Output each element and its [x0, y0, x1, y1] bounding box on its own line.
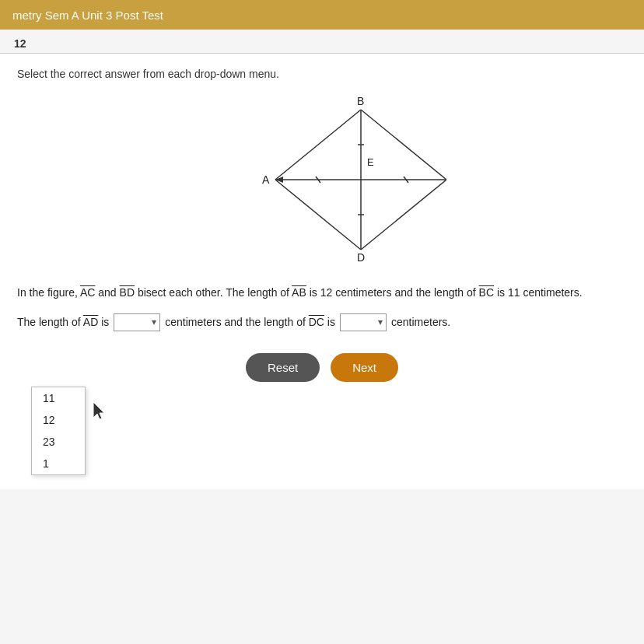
question-body: Select the correct answer from each drop…: [0, 54, 644, 489]
bd-segment: BD: [120, 286, 135, 299]
dropdown-option-1[interactable]: 1: [32, 453, 85, 474]
dropdown-option-12[interactable]: 12: [32, 409, 85, 431]
dropdown1[interactable]: 11 12 23 1: [114, 313, 160, 331]
label-A: A: [262, 173, 270, 186]
ab-segment: AB: [292, 286, 306, 299]
label-E: E: [367, 156, 374, 168]
reset-button[interactable]: Reset: [246, 353, 320, 382]
ac-segment: AC: [80, 286, 95, 299]
button-row: Reset Next: [17, 353, 627, 382]
svg-line-1: [361, 110, 446, 180]
dc-label: DC: [309, 316, 324, 328]
svg-line-2: [361, 180, 446, 250]
top-bar-title: metry Sem A Unit 3 Post Test: [12, 9, 163, 22]
problem-text: In the figure, AC and BD bisect each oth…: [17, 284, 627, 303]
diagram-area: A B C D E: [17, 94, 627, 265]
answer-row: The length of AD is 11 12 23 1 centimete…: [17, 313, 627, 331]
label-B: B: [357, 95, 364, 107]
dropdown-option-11[interactable]: 11: [32, 387, 85, 409]
cursor-icon: [93, 402, 109, 422]
instruction: Select the correct answer from each drop…: [17, 68, 627, 80]
svg-line-0: [275, 110, 361, 180]
bc-segment: BC: [479, 286, 494, 299]
next-button[interactable]: Next: [331, 353, 398, 382]
dropdown-open-list: 11 12 23 1: [31, 387, 86, 475]
question-number: 12: [0, 30, 644, 54]
answer-text-3: centimeters and the length of DC is: [165, 316, 335, 328]
svg-line-3: [275, 180, 361, 250]
geometry-diagram: A B C D E: [198, 94, 446, 265]
label-D: D: [357, 251, 365, 264]
dropdown2[interactable]: 11 12 23 1: [340, 313, 387, 331]
dropdown1-wrapper: 11 12 23 1: [114, 313, 160, 331]
dropdown-option-23[interactable]: 23: [32, 431, 85, 453]
dropdown-open-area: 11 12 23 1: [31, 387, 627, 475]
answer-text-1: The length of AD is: [17, 316, 109, 328]
dropdown2-wrapper: 11 12 23 1: [340, 313, 387, 331]
arrow-A: [275, 177, 283, 183]
top-bar: metry Sem A Unit 3 Post Test: [0, 0, 644, 30]
ad-label: AD: [83, 316, 98, 328]
svg-marker-10: [93, 402, 104, 419]
answer-text-5: centimeters.: [391, 316, 450, 328]
main-content: 12 Select the correct answer from each d…: [0, 30, 644, 644]
